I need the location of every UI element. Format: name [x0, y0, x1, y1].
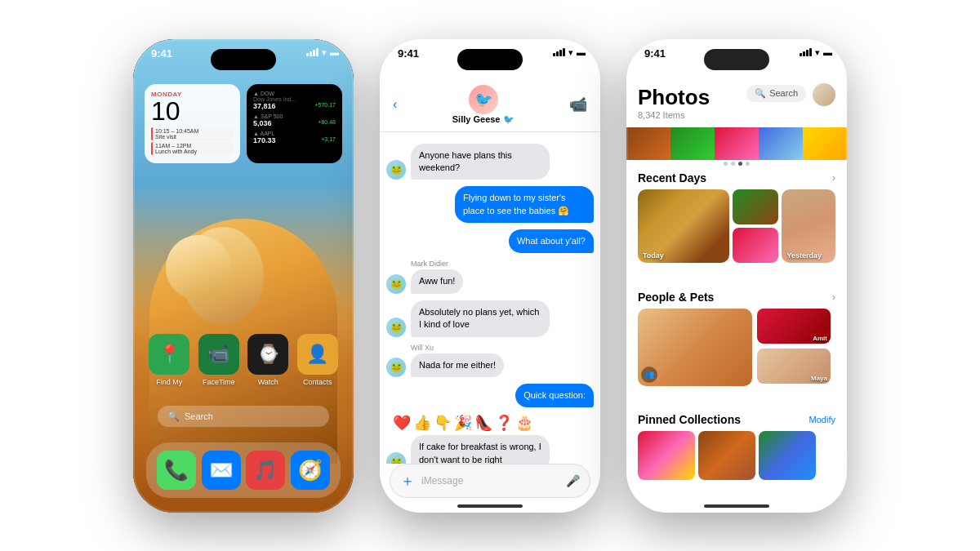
stock-row-dow: ▲ DOW Dow Jones Ind... 37,816 +570.17: [253, 91, 336, 110]
message-bubble-7: Quick question:: [515, 384, 594, 407]
strip-photo-2: [670, 127, 715, 160]
yesterday-photo[interactable]: Yesterday: [782, 189, 835, 263]
app-icon-facetime[interactable]: 📹 FaceTime: [198, 334, 239, 386]
user-avatar[interactable]: [813, 83, 835, 106]
pinned-title: Pinned Collections: [638, 413, 809, 426]
calendar-widget[interactable]: MONDAY 10 10:15 – 10:45AM Site visit 11A…: [145, 84, 240, 163]
contact-info: 🐦 Silly Geese 🐦: [403, 85, 563, 125]
back-button[interactable]: ‹: [393, 97, 397, 112]
people-main-photo[interactable]: 👥: [638, 309, 752, 386]
message-6: 🐸 Nada for me either!: [386, 353, 594, 377]
signal-icon: [306, 48, 318, 56]
app-icon-findmy[interactable]: 📍 Find My: [149, 334, 189, 386]
group-icon: 👥: [641, 367, 657, 383]
stock-row-sp500: ▲ S&P 500 5,036 +80.48: [253, 113, 336, 127]
sender-avatar-1: 🐸: [386, 160, 406, 180]
dot-2: [731, 162, 735, 166]
calendar-day-number: 10: [151, 98, 234, 124]
pinned-modify-button[interactable]: Modify: [809, 415, 835, 424]
recent-days-chevron[interactable]: ›: [832, 172, 835, 184]
video-call-button[interactable]: 📹: [569, 96, 587, 113]
pinned-item-2[interactable]: [698, 431, 755, 480]
strip-photo-4: [759, 127, 803, 160]
sender-avatar-5: 🐸: [386, 452, 406, 463]
pinned-item-1[interactable]: [638, 431, 695, 480]
people-pets-chevron[interactable]: ›: [832, 291, 835, 303]
message-input[interactable]: iMessage: [421, 475, 559, 487]
dynamic-island: [211, 49, 276, 70]
message-bubble-2: Flying down to my sister's place to see …: [455, 186, 594, 223]
today-side-photos: [733, 189, 778, 263]
dock-music[interactable]: 🎵: [246, 451, 285, 490]
dynamic-island-3: [704, 49, 769, 70]
app-icons-row: 📍 Find My 📹 FaceTime ⌚ Watch 👤 Contacts: [145, 334, 342, 386]
message-bubble-6: Nada for me either!: [411, 353, 504, 377]
microphone-button[interactable]: 🎤: [566, 474, 580, 487]
sender-name-mark: Mark Didier: [411, 260, 594, 268]
dot-1: [724, 162, 728, 166]
wifi-icon-2: ▾: [568, 47, 573, 58]
messages-body: 🐸 Anyone have plans this weekend? Flying…: [380, 137, 600, 464]
sender-avatar-2: 🐸: [386, 274, 406, 294]
home-indicator-3: [704, 504, 769, 508]
person-amit[interactable]: Amit: [757, 309, 831, 344]
person-amit-label: Amit: [813, 335, 827, 342]
dot-3: [738, 162, 742, 166]
photos-item-count: 8,342 Items: [638, 110, 835, 120]
message-5: 🐸 Absolutely no plans yet, which I kind …: [386, 300, 594, 337]
search-icon: 🔍: [167, 411, 180, 422]
message-8: 🐸 If cake for breakfast is wrong, I don'…: [386, 435, 594, 463]
recent-days-section: Recent Days › Today Yesterday: [626, 171, 847, 263]
phone-photos: 9:41 ▾ ▬ Photos 8,342 Items 🔍 Search: [626, 39, 847, 513]
recent-days-header: Recent Days ›: [626, 171, 847, 189]
recent-days-grid: Today Yesterday: [626, 189, 847, 263]
battery-icon-2: ▬: [577, 47, 586, 57]
person-maya-label: Maya: [811, 375, 827, 382]
photos-strip: [626, 127, 847, 160]
message-bubble-4: Aww fun!: [411, 269, 463, 293]
home-indicator-2: [457, 504, 523, 508]
message-bubble-3: What about y'all?: [509, 229, 594, 253]
photos-search-button[interactable]: 🔍 Search: [746, 85, 806, 102]
person-maya[interactable]: Maya: [757, 349, 831, 384]
dock-phone[interactable]: 📞: [157, 451, 196, 490]
add-attachment-button[interactable]: ＋: [400, 471, 415, 491]
app-icon-watch[interactable]: ⌚ Watch: [247, 334, 288, 386]
sender-avatar-3: 🐸: [386, 318, 406, 337]
message-4: 🐸 Aww fun!: [386, 269, 594, 293]
people-right: Amit Maya: [757, 309, 831, 386]
search-bar[interactable]: 🔍 Search: [158, 406, 329, 427]
people-pets-section: People & Pets › 👥 Amit Maya: [626, 291, 847, 386]
battery-icon-3: ▬: [823, 47, 832, 57]
today-photo[interactable]: Today: [638, 189, 729, 263]
pinned-header: Pinned Collections Modify: [626, 413, 847, 431]
dock-safari[interactable]: 🧭: [291, 451, 330, 490]
calendar-events: 10:15 – 10:45AM Site visit 11AM – 12PM L…: [151, 127, 234, 155]
emoji-picker[interactable]: ❤️👍👇🎉👠❓🎂: [393, 414, 587, 432]
message-2: Flying down to my sister's place to see …: [386, 186, 594, 223]
people-pets-title: People & Pets: [638, 291, 714, 304]
sender-name-will: Will Xu: [411, 344, 594, 352]
status-icons-3: ▾ ▬: [800, 47, 832, 58]
page-dots: [724, 162, 750, 166]
dock-mail[interactable]: ✉️: [202, 451, 241, 490]
dynamic-island-2: [457, 49, 523, 70]
today-side-photo-1[interactable]: [733, 189, 778, 224]
today-label: Today: [643, 251, 664, 260]
stocks-widget[interactable]: ▲ DOW Dow Jones Ind... 37,816 +570.17 ▲ …: [247, 84, 342, 163]
pinned-item-3[interactable]: [759, 431, 816, 480]
cal-event-1: 10:15 – 10:45AM Site visit: [151, 127, 234, 140]
message-input-bar[interactable]: ＋ iMessage 🎤: [390, 464, 590, 498]
signal-icon-2: [553, 48, 565, 56]
phone-messages: 9:41 ▾ ▬ ‹ 🐦 Silly Geese 🐦 📹 🐸 Anyone ha…: [380, 39, 600, 513]
dock: 📞 ✉️ 🎵 🧭: [146, 442, 341, 498]
photos-title: Photos: [638, 85, 835, 110]
today-side-photo-2[interactable]: [733, 228, 778, 263]
stock-row-aapl: ▲ AAPL 170.33 +3.17: [253, 131, 336, 144]
status-time-3: 9:41: [644, 47, 666, 60]
message-bubble-8: If cake for breakfast is wrong, I don't …: [411, 435, 550, 463]
search-label: Search: [185, 411, 213, 421]
battery-icon: ▬: [330, 47, 339, 57]
pinned-grid: [626, 431, 847, 480]
app-icon-contacts[interactable]: 👤 Contacts: [297, 334, 338, 386]
